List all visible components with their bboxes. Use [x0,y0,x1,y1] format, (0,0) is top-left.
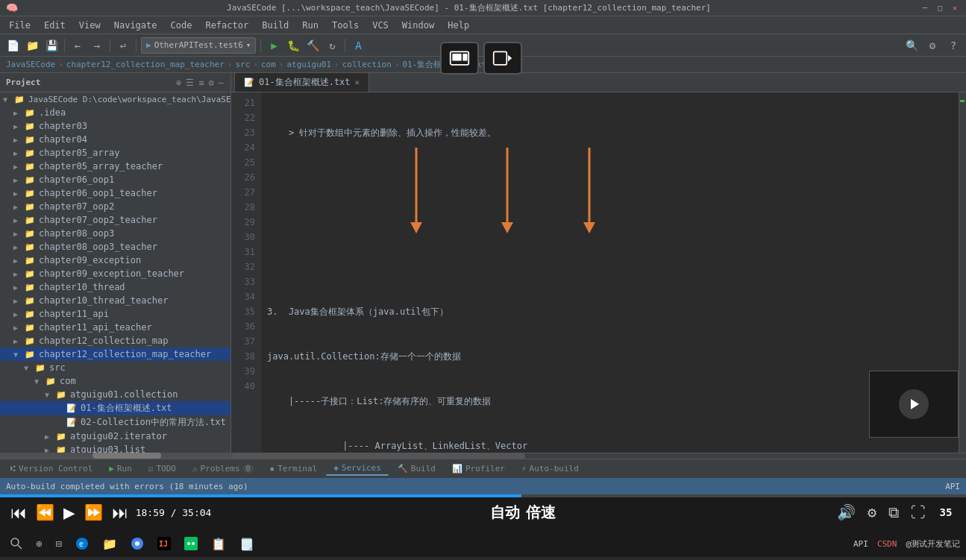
video-play-overlay-button[interactable] [899,389,929,419]
video-record-button[interactable] [483,42,522,75]
tab-close-button[interactable]: ✕ [355,78,360,87]
tree-chapter09ex[interactable]: ▶ 📁 chapter09_exception [0,254,230,267]
toolbar-debug[interactable]: 🐛 [285,37,301,54]
breadcrumb-com[interactable]: com [261,60,276,69]
tree-src[interactable]: ▼ 📁 src [0,361,230,374]
taskbar-extra2[interactable]: 🗒️ [235,535,259,553]
tree-chapter09exteacher[interactable]: ▶ 📁 chapter09_exception_teacher [0,267,230,280]
breadcrumb-atguigu[interactable]: atguigu01 [286,60,331,69]
minimize-button[interactable]: ─ [920,3,930,13]
tree-atguigu03[interactable]: ▶ 📁 atguigu03.list [0,443,230,453]
tree-chapter07oop2teacher[interactable]: ▶ 📁 chapter07_oop2_teacher [0,213,230,227]
tree-atguigu01[interactable]: ▼ 📁 atguigu01.collection [0,388,230,401]
tree-chapter05array[interactable]: ▶ 📁 chapter05_array [0,146,230,160]
tree-atguigu02[interactable]: ▶ 📁 atguigu02.iterator [0,430,230,443]
taskbar-search[interactable] [6,536,27,551]
tree-chapter11apiteacher[interactable]: ▶ 📁 chapter11_api_teacher [0,321,230,334]
video-progress-bar[interactable] [0,494,966,497]
menu-vcs[interactable]: VCS [366,19,395,32]
toolbar-run[interactable]: ▶ [266,37,282,54]
prev-frame-button[interactable]: ⏮ [9,502,28,523]
bottom-tab-terminal[interactable]: ▪ Terminal [263,462,325,475]
menu-tools[interactable]: Tools [326,19,365,32]
sidebar-collapse-icon[interactable]: ≡ [198,77,204,89]
video-screenshot-button[interactable] [440,42,479,75]
taskbar-extra[interactable]: 📋 [207,535,230,553]
tree-chapter03[interactable]: ▶ 📁 chapter03 [0,119,230,133]
tree-chapter06oop1teacher[interactable]: ▶ 📁 chapter06_oop1_teacher [0,186,230,200]
menu-window[interactable]: Window [396,19,440,32]
breadcrumb-collection[interactable]: collection [342,60,392,69]
horizontal-scrollbar[interactable] [231,453,966,459]
taskbar-taskview[interactable]: ⊟ [51,536,66,551]
menu-code[interactable]: Code [165,19,198,32]
video-pip-button[interactable]: ⧉ [885,502,902,523]
tree-chapter04[interactable]: ▶ 📁 chapter04 [0,133,230,146]
taskbar-chrome[interactable] [126,535,148,552]
menu-file[interactable]: File [3,19,37,32]
tree-com[interactable]: ▼ 📁 com [0,374,230,388]
next-frame-button[interactable]: ⏭ [110,502,130,523]
tree-chapter12col[interactable]: ▶ 📁 chapter12_collection_map [0,334,230,347]
bottom-tab-services[interactable]: ◈ Services [326,462,389,476]
tree-file02[interactable]: ▶ 📝 02-Collection中的常用方法.txt [0,415,230,430]
toolbar-forward[interactable]: → [89,37,105,54]
toolbar-back[interactable]: ← [69,37,86,54]
toolbar-save[interactable]: 💾 [43,37,60,54]
bottom-tab-autobuild[interactable]: ⚡ Auto-build [514,462,586,475]
sidebar-settings-icon[interactable]: ⚙ [208,77,215,89]
toolbar-help[interactable]: ? [945,37,962,54]
menu-help[interactable]: Help [442,19,475,32]
sidebar-scrollbar[interactable] [0,453,230,459]
sidebar-layout-icon[interactable]: ☰ [185,77,195,89]
toolbar-reload[interactable]: ↻ [324,37,340,54]
tree-file01[interactable]: ▶ 📝 01-集合框架概述.txt [0,401,230,415]
breadcrumb-src[interactable]: src [235,60,250,69]
toolbar-open[interactable]: 📁 [24,37,40,54]
video-fullscreen-button[interactable]: ⛶ [908,502,929,523]
tree-chapter08oop3[interactable]: ▶ 📁 chapter08_oop3 [0,227,230,240]
tree-chapter12teacher[interactable]: ▼ 📁 chapter12_collection_map_teacher [0,347,230,361]
close-button[interactable]: ✕ [950,3,960,13]
taskbar-folder[interactable]: 📁 [98,535,122,553]
tree-idea[interactable]: ▶ 📁 .idea [0,106,230,119]
bottom-tab-todo[interactable]: ☑ TODO [141,462,184,475]
taskbar-intellij[interactable]: IJ [153,535,175,552]
taskbar-wechat[interactable] [180,535,202,552]
video-settings-button[interactable]: ⚙ [865,502,879,523]
sidebar-add-icon[interactable]: ⊕ [175,77,182,89]
breadcrumb-chapter[interactable]: chapter12_collection_map_teacher [66,60,225,69]
bottom-tab-profiler[interactable]: 📊 Profiler [445,462,512,475]
next-5sec-button[interactable]: ⏩ [83,502,104,523]
tree-chapter06oop1[interactable]: ▶ 📁 chapter06_oop1 [0,173,230,186]
tree-root[interactable]: ▼ 📁 JavaSECode D:\code\workspace_teach\J… [0,92,230,106]
toolbar-settings[interactable]: ⚙ [924,37,941,54]
menu-build[interactable]: Build [256,19,295,32]
menu-refactor[interactable]: Refactor [199,19,254,32]
tree-chapter10threadteacher[interactable]: ▶ 📁 chapter10_thread_teacher [0,294,230,307]
toolbar-undo[interactable]: ↩ [115,37,131,54]
toolbar-search[interactable]: 🔍 [903,37,920,54]
menu-navigate[interactable]: Navigate [108,19,163,32]
bottom-tab-run[interactable]: ▶ Run [101,462,139,475]
breadcrumb-root[interactable]: JavaSECode [6,60,55,69]
editor-tab-active[interactable]: 📝 01-集合框架概述.txt ✕ [234,72,369,92]
menu-edit[interactable]: Edit [38,19,72,32]
tree-chapter11api[interactable]: ▶ 📁 chapter11_api [0,307,230,321]
toolbar-new[interactable]: 📄 [4,37,21,54]
tree-chapter07oop2[interactable]: ▶ 📁 chapter07_oop2 [0,200,230,213]
tree-chapter05arrayteacher[interactable]: ▶ 📁 chapter05_array_teacher [0,160,230,173]
tree-chapter08oop3teacher[interactable]: ▶ 📁 chapter08_oop3_teacher [0,240,230,254]
prev-5sec-button[interactable]: ⏪ [34,502,56,523]
play-pause-button[interactable]: ▶ [62,500,77,525]
run-config-dropdown[interactable]: ▶ OtherAPITest.test6 ▾ [141,37,256,54]
tree-chapter10thread[interactable]: ▶ 📁 chapter10_thread [0,280,230,294]
bottom-tab-problems[interactable]: ⚠ Problems 0 [185,462,261,475]
bottom-tab-build[interactable]: 🔨 Build [390,462,443,475]
sidebar-minimize-icon[interactable]: — [218,77,225,89]
maximize-button[interactable]: □ [935,3,945,13]
taskbar-edge[interactable]: e [71,535,93,552]
toolbar-build[interactable]: 🔨 [304,37,321,54]
toolbar-translate[interactable]: A [350,37,366,54]
menu-run[interactable]: Run [296,19,324,32]
